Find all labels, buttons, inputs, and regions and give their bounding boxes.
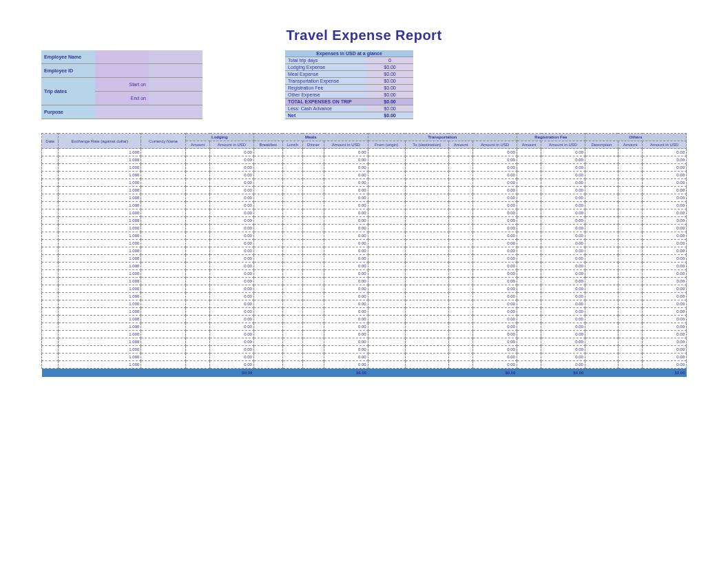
cell[interactable]: 0.00 bbox=[473, 202, 517, 209]
cell[interactable] bbox=[405, 323, 448, 331]
cell[interactable] bbox=[618, 323, 642, 331]
cell[interactable] bbox=[368, 149, 405, 156]
cell[interactable]: 1.000 bbox=[59, 293, 141, 300]
cell[interactable] bbox=[448, 285, 472, 293]
cell[interactable] bbox=[185, 209, 209, 217]
cell[interactable] bbox=[405, 293, 448, 300]
cell[interactable]: 0.00 bbox=[473, 316, 517, 323]
cell[interactable] bbox=[302, 240, 324, 247]
cell[interactable] bbox=[585, 316, 618, 323]
cell[interactable]: 0.00 bbox=[324, 300, 368, 308]
table-row[interactable]: 1.0000.000.000.000.000.00 bbox=[42, 240, 687, 247]
cell[interactable] bbox=[302, 247, 324, 255]
cell[interactable] bbox=[282, 263, 302, 270]
cell[interactable] bbox=[585, 263, 618, 270]
cell[interactable] bbox=[141, 179, 186, 187]
cell[interactable] bbox=[618, 194, 642, 202]
cell[interactable] bbox=[141, 300, 186, 308]
cell[interactable]: 0.00 bbox=[643, 346, 687, 354]
cell[interactable] bbox=[405, 187, 448, 194]
cell[interactable]: 0.00 bbox=[473, 179, 517, 187]
cell[interactable]: 0.00 bbox=[210, 209, 254, 217]
cell[interactable] bbox=[141, 285, 186, 293]
cell[interactable] bbox=[185, 225, 209, 232]
cell[interactable]: 1.000 bbox=[59, 270, 141, 278]
cell[interactable]: 1.000 bbox=[59, 217, 141, 225]
cell[interactable] bbox=[185, 270, 209, 278]
cell[interactable] bbox=[368, 278, 405, 285]
cell[interactable]: 0.00 bbox=[210, 316, 254, 323]
cell[interactable]: 0.00 bbox=[210, 323, 254, 331]
cell[interactable] bbox=[618, 179, 642, 187]
cell[interactable] bbox=[517, 156, 541, 164]
cell[interactable] bbox=[405, 179, 448, 187]
cell[interactable]: 0.00 bbox=[643, 293, 687, 300]
cell[interactable] bbox=[185, 346, 209, 354]
cell[interactable]: 0.00 bbox=[210, 225, 254, 232]
cell[interactable] bbox=[368, 217, 405, 225]
cell[interactable] bbox=[368, 240, 405, 247]
cell[interactable] bbox=[302, 354, 324, 361]
cell[interactable] bbox=[282, 293, 302, 300]
cell[interactable]: 0.00 bbox=[473, 346, 517, 354]
cell[interactable] bbox=[448, 338, 472, 346]
cell[interactable] bbox=[253, 331, 282, 338]
cell[interactable] bbox=[405, 270, 448, 278]
cell[interactable]: 0.00 bbox=[473, 293, 517, 300]
cell[interactable] bbox=[517, 247, 541, 255]
cell[interactable] bbox=[448, 255, 472, 263]
cell[interactable] bbox=[302, 187, 324, 194]
cell[interactable]: 0.00 bbox=[473, 225, 517, 232]
cell[interactable] bbox=[253, 323, 282, 331]
cell[interactable] bbox=[141, 187, 186, 194]
cell[interactable] bbox=[185, 331, 209, 338]
cell[interactable] bbox=[253, 361, 282, 369]
cell[interactable]: 0.00 bbox=[643, 179, 687, 187]
cell[interactable]: 0.00 bbox=[210, 338, 254, 346]
cell[interactable]: 0.00 bbox=[210, 354, 254, 361]
cell[interactable] bbox=[405, 164, 448, 172]
cell[interactable] bbox=[282, 270, 302, 278]
cell[interactable] bbox=[141, 293, 186, 300]
cell[interactable] bbox=[585, 202, 618, 209]
cell[interactable] bbox=[368, 293, 405, 300]
table-row[interactable]: 1.0000.000.000.000.000.00 bbox=[42, 354, 687, 361]
cell[interactable] bbox=[585, 300, 618, 308]
cell[interactable]: 0.00 bbox=[473, 308, 517, 316]
cell[interactable] bbox=[585, 270, 618, 278]
cell[interactable]: 0.00 bbox=[210, 255, 254, 263]
cell[interactable] bbox=[282, 354, 302, 361]
cell[interactable] bbox=[42, 164, 59, 172]
cell[interactable]: 0.00 bbox=[473, 187, 517, 194]
cell[interactable]: 0.00 bbox=[541, 331, 585, 338]
cell[interactable] bbox=[141, 270, 186, 278]
cell[interactable] bbox=[42, 217, 59, 225]
cell[interactable] bbox=[448, 209, 472, 217]
cell[interactable]: 1.000 bbox=[59, 172, 141, 179]
cell[interactable] bbox=[185, 172, 209, 179]
cell[interactable] bbox=[302, 149, 324, 156]
cell[interactable]: 0.00 bbox=[210, 293, 254, 300]
cell[interactable] bbox=[405, 354, 448, 361]
cell[interactable] bbox=[585, 247, 618, 255]
cell[interactable]: 0.00 bbox=[643, 209, 687, 217]
cell[interactable]: 0.00 bbox=[541, 338, 585, 346]
cell[interactable] bbox=[618, 338, 642, 346]
cell[interactable]: 0.00 bbox=[643, 323, 687, 331]
cell[interactable] bbox=[618, 217, 642, 225]
cell[interactable]: 0.00 bbox=[210, 172, 254, 179]
cell[interactable] bbox=[585, 338, 618, 346]
cell[interactable] bbox=[517, 323, 541, 331]
cell[interactable] bbox=[141, 263, 186, 270]
cell[interactable] bbox=[448, 247, 472, 255]
cell[interactable] bbox=[368, 247, 405, 255]
cell[interactable] bbox=[618, 361, 642, 369]
cell[interactable] bbox=[253, 149, 282, 156]
table-row[interactable]: 1.0000.000.000.000.000.00 bbox=[42, 255, 687, 263]
cell[interactable] bbox=[368, 209, 405, 217]
cell[interactable] bbox=[517, 187, 541, 194]
cell[interactable] bbox=[185, 149, 209, 156]
cell[interactable] bbox=[448, 316, 472, 323]
cell[interactable] bbox=[368, 225, 405, 232]
cell[interactable] bbox=[42, 247, 59, 255]
